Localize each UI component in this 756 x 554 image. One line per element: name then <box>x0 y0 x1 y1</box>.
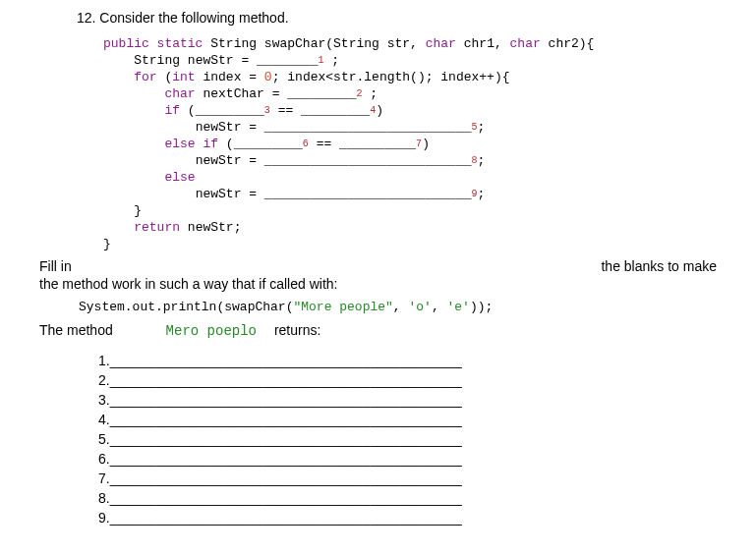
fillin-right: the blanks to make <box>601 258 717 274</box>
t: ; <box>478 153 486 168</box>
str-literal: "More people" <box>293 300 392 314</box>
t: ) <box>376 103 383 118</box>
t: newStr = <box>196 153 264 168</box>
answer-9: 9.______________________________________… <box>98 510 717 526</box>
page-content: 12. Consider the following method. publi… <box>0 0 756 549</box>
t: ; <box>478 187 486 201</box>
num: 0 <box>264 70 272 84</box>
question-prompt: 12. Consider the following method. <box>39 10 717 26</box>
t: ; <box>323 53 339 68</box>
t: index = <box>196 70 264 84</box>
answer-2: 2.______________________________________… <box>98 372 717 388</box>
blank-9-line: ___________________________ <box>264 187 472 201</box>
answer-6: 6.______________________________________… <box>98 451 717 467</box>
blank-3-line: _________ <box>196 103 264 118</box>
t: , <box>432 300 447 314</box>
blank-8-line: ___________________________ <box>264 153 472 168</box>
returns-right: returns: <box>274 322 320 338</box>
t: } <box>103 237 111 251</box>
answer-3: 3.______________________________________… <box>98 392 717 408</box>
t: nextChar = <box>196 86 288 101</box>
char-literal: 'o' <box>408 300 431 314</box>
answer-blanks: 1.______________________________________… <box>39 353 717 526</box>
kw-else-if: else if <box>164 137 218 151</box>
returns-left: The method <box>39 322 113 338</box>
t: == <box>270 103 301 118</box>
t: ; <box>478 120 486 135</box>
t: )); <box>470 300 493 314</box>
type-string: String <box>210 36 257 51</box>
return-value: Mero poeplo <box>166 323 257 339</box>
answer-1: 1.______________________________________… <box>98 353 717 368</box>
blank-4-line: _________ <box>301 103 370 118</box>
t: ; <box>363 86 378 101</box>
kw-public-static: public static <box>103 36 203 51</box>
answer-4: 4.______________________________________… <box>98 412 717 427</box>
blank-2-line: _________ <box>287 86 356 101</box>
t: newStr = <box>196 187 264 201</box>
fillin-line: Fill in the blanks to make <box>39 258 717 274</box>
kw-return: return <box>134 220 180 235</box>
t: } <box>134 203 142 218</box>
returns-line: The method Mero poeplo returns: <box>39 322 717 339</box>
t: swapChar(String str, <box>264 36 418 51</box>
kw-if: if <box>164 103 180 118</box>
t: newStr; <box>180 220 241 235</box>
t: , <box>393 300 409 314</box>
t: ( <box>218 137 234 151</box>
call-line: System.out.println(swapChar("More people… <box>39 300 717 314</box>
t: chr1, <box>464 36 502 51</box>
fillin-left: Fill in <box>39 258 72 274</box>
kw-char: char <box>510 36 541 51</box>
t: ; index<str.length(); index++){ <box>272 70 510 84</box>
t: String newStr = <box>134 53 257 68</box>
kw-int: int <box>172 70 195 84</box>
t: chr2){ <box>549 36 595 51</box>
t: ( <box>157 70 173 84</box>
kw-char: char <box>164 86 195 101</box>
blank-1-line: ________ <box>257 53 318 68</box>
char-literal: 'e' <box>446 300 469 314</box>
kw-char: char <box>426 36 456 51</box>
t: ( <box>180 103 196 118</box>
answer-5: 5.______________________________________… <box>98 431 717 447</box>
code-block: public static String swapChar(String str… <box>39 35 717 252</box>
fillin-line2: the method work in such a way that if ca… <box>39 276 717 292</box>
blank-5-line: ___________________________ <box>264 120 472 135</box>
t: == <box>309 137 339 151</box>
t: ) <box>422 137 430 151</box>
kw-for: for <box>134 70 156 84</box>
kw-else: else <box>164 170 195 185</box>
blank-6-line: _________ <box>234 137 303 151</box>
t: newStr = <box>196 120 264 135</box>
t: System.out.println(swapChar( <box>79 300 293 314</box>
answer-7: 7.______________________________________… <box>98 471 717 486</box>
answer-8: 8.______________________________________… <box>98 490 717 506</box>
blank-7-line: __________ <box>339 137 416 151</box>
